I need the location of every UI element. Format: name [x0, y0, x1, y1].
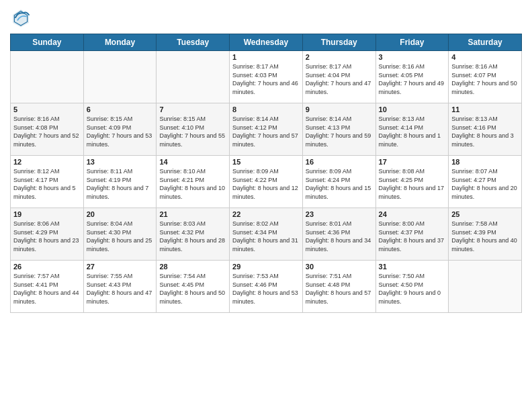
day-number: 28 — [159, 263, 226, 271]
day-info: Sunrise: 8:14 AM Sunset: 4:13 PM Dayligh… — [306, 115, 373, 148]
calendar-cell: 2Sunrise: 8:17 AM Sunset: 4:04 PM Daylig… — [302, 51, 375, 103]
day-number: 16 — [306, 158, 373, 166]
day-number: 3 — [379, 53, 446, 61]
calendar-cell: 17Sunrise: 8:08 AM Sunset: 4:25 PM Dayli… — [375, 156, 449, 208]
day-number: 2 — [306, 53, 373, 61]
day-number: 14 — [159, 158, 226, 166]
day-info: Sunrise: 8:16 AM Sunset: 4:08 PM Dayligh… — [13, 115, 81, 148]
day-number: 15 — [232, 158, 300, 166]
day-info: Sunrise: 8:14 AM Sunset: 4:12 PM Dayligh… — [232, 115, 300, 148]
calendar-cell: 28Sunrise: 7:54 AM Sunset: 4:45 PM Dayli… — [157, 261, 230, 313]
day-info: Sunrise: 7:53 AM Sunset: 4:46 PM Dayligh… — [232, 272, 300, 306]
day-number: 29 — [232, 263, 300, 271]
day-number: 13 — [87, 158, 154, 166]
day-info: Sunrise: 8:03 AM Sunset: 4:32 PM Dayligh… — [159, 220, 226, 253]
day-number: 23 — [306, 210, 373, 218]
week-row-5: 26Sunrise: 7:57 AM Sunset: 4:41 PM Dayli… — [11, 261, 522, 313]
calendar-table: SundayMondayTuesdayWednesdayThursdayFrid… — [10, 34, 522, 313]
calendar-cell: 5Sunrise: 8:16 AM Sunset: 4:08 PM Daylig… — [11, 103, 84, 156]
calendar-cell — [83, 51, 157, 103]
calendar-cell: 21Sunrise: 8:03 AM Sunset: 4:32 PM Dayli… — [157, 208, 230, 261]
calendar-cell: 10Sunrise: 8:13 AM Sunset: 4:14 PM Dayli… — [375, 103, 449, 156]
day-number: 25 — [451, 210, 519, 218]
day-number: 30 — [306, 263, 373, 271]
day-info: Sunrise: 7:57 AM Sunset: 4:41 PM Dayligh… — [13, 272, 81, 306]
calendar-cell — [11, 51, 84, 103]
calendar-cell — [449, 261, 522, 313]
day-info: Sunrise: 8:01 AM Sunset: 4:36 PM Dayligh… — [306, 220, 373, 253]
day-number: 5 — [13, 105, 81, 113]
col-header-tuesday: Tuesday — [157, 34, 230, 51]
calendar-cell: 13Sunrise: 8:11 AM Sunset: 4:19 PM Dayli… — [83, 156, 157, 208]
day-number: 18 — [451, 158, 519, 166]
day-info: Sunrise: 8:12 AM Sunset: 4:17 PM Dayligh… — [13, 167, 81, 201]
calendar-cell: 6Sunrise: 8:15 AM Sunset: 4:09 PM Daylig… — [83, 103, 157, 156]
calendar-cell: 11Sunrise: 8:13 AM Sunset: 4:16 PM Dayli… — [449, 103, 522, 156]
day-number: 19 — [13, 210, 81, 218]
day-info: Sunrise: 7:50 AM Sunset: 4:50 PM Dayligh… — [379, 272, 446, 306]
day-info: Sunrise: 8:17 AM Sunset: 4:04 PM Dayligh… — [306, 62, 373, 96]
calendar-cell: 27Sunrise: 7:55 AM Sunset: 4:43 PM Dayli… — [83, 261, 157, 313]
day-number: 20 — [87, 210, 154, 218]
col-header-thursday: Thursday — [302, 34, 375, 51]
calendar-cell: 19Sunrise: 8:06 AM Sunset: 4:29 PM Dayli… — [11, 208, 84, 261]
day-number: 8 — [232, 105, 300, 113]
day-info: Sunrise: 8:17 AM Sunset: 4:03 PM Dayligh… — [232, 62, 300, 96]
day-number: 10 — [379, 105, 446, 113]
day-info: Sunrise: 8:16 AM Sunset: 4:07 PM Dayligh… — [451, 62, 519, 96]
week-row-4: 19Sunrise: 8:06 AM Sunset: 4:29 PM Dayli… — [11, 208, 522, 261]
day-info: Sunrise: 8:08 AM Sunset: 4:25 PM Dayligh… — [379, 167, 446, 201]
day-number: 27 — [87, 263, 154, 271]
col-header-wednesday: Wednesday — [230, 34, 303, 51]
col-header-friday: Friday — [375, 34, 449, 51]
logo — [10, 7, 34, 28]
day-info: Sunrise: 8:11 AM Sunset: 4:19 PM Dayligh… — [87, 167, 154, 201]
calendar-cell: 29Sunrise: 7:53 AM Sunset: 4:46 PM Dayli… — [230, 261, 303, 313]
day-number: 4 — [451, 53, 519, 61]
calendar-cell: 7Sunrise: 8:15 AM Sunset: 4:10 PM Daylig… — [157, 103, 230, 156]
day-number: 6 — [87, 105, 154, 113]
day-info: Sunrise: 8:09 AM Sunset: 4:24 PM Dayligh… — [306, 167, 373, 201]
day-info: Sunrise: 7:54 AM Sunset: 4:45 PM Dayligh… — [159, 272, 226, 306]
day-info: Sunrise: 8:09 AM Sunset: 4:22 PM Dayligh… — [232, 167, 300, 201]
day-info: Sunrise: 8:06 AM Sunset: 4:29 PM Dayligh… — [13, 220, 81, 253]
calendar-cell: 20Sunrise: 8:04 AM Sunset: 4:30 PM Dayli… — [83, 208, 157, 261]
week-row-1: 1Sunrise: 8:17 AM Sunset: 4:03 PM Daylig… — [11, 51, 522, 103]
day-number: 31 — [379, 263, 446, 271]
day-info: Sunrise: 7:51 AM Sunset: 4:48 PM Dayligh… — [306, 272, 373, 306]
day-info: Sunrise: 8:16 AM Sunset: 4:05 PM Dayligh… — [379, 62, 446, 96]
day-number: 17 — [379, 158, 446, 166]
calendar-cell: 12Sunrise: 8:12 AM Sunset: 4:17 PM Dayli… — [11, 156, 84, 208]
day-number: 11 — [451, 105, 519, 113]
day-number: 9 — [306, 105, 373, 113]
day-number: 1 — [232, 53, 300, 61]
day-number: 26 — [13, 263, 81, 271]
col-header-saturday: Saturday — [449, 34, 522, 51]
day-info: Sunrise: 8:13 AM Sunset: 4:16 PM Dayligh… — [451, 115, 519, 148]
day-info: Sunrise: 8:15 AM Sunset: 4:10 PM Dayligh… — [159, 115, 226, 148]
day-info: Sunrise: 8:00 AM Sunset: 4:37 PM Dayligh… — [379, 220, 446, 253]
page-container: SundayMondayTuesdayWednesdayThursdayFrid… — [0, 0, 532, 320]
calendar-cell: 31Sunrise: 7:50 AM Sunset: 4:50 PM Dayli… — [375, 261, 449, 313]
day-number: 7 — [159, 105, 226, 113]
header-row: SundayMondayTuesdayWednesdayThursdayFrid… — [11, 34, 522, 51]
logo-icon — [10, 7, 32, 28]
day-info: Sunrise: 8:10 AM Sunset: 4:21 PM Dayligh… — [159, 167, 226, 201]
day-number: 12 — [13, 158, 81, 166]
day-number: 22 — [232, 210, 300, 218]
calendar-cell: 15Sunrise: 8:09 AM Sunset: 4:22 PM Dayli… — [230, 156, 303, 208]
day-number: 24 — [379, 210, 446, 218]
calendar-cell: 24Sunrise: 8:00 AM Sunset: 4:37 PM Dayli… — [375, 208, 449, 261]
day-info: Sunrise: 8:15 AM Sunset: 4:09 PM Dayligh… — [87, 115, 154, 148]
calendar-cell: 18Sunrise: 8:07 AM Sunset: 4:27 PM Dayli… — [449, 156, 522, 208]
calendar-cell: 3Sunrise: 8:16 AM Sunset: 4:05 PM Daylig… — [375, 51, 449, 103]
day-info: Sunrise: 8:07 AM Sunset: 4:27 PM Dayligh… — [451, 167, 519, 201]
day-info: Sunrise: 7:58 AM Sunset: 4:39 PM Dayligh… — [451, 220, 519, 253]
day-info: Sunrise: 8:02 AM Sunset: 4:34 PM Dayligh… — [232, 220, 300, 253]
calendar-cell: 9Sunrise: 8:14 AM Sunset: 4:13 PM Daylig… — [302, 103, 375, 156]
calendar-cell: 8Sunrise: 8:14 AM Sunset: 4:12 PM Daylig… — [230, 103, 303, 156]
calendar-cell: 16Sunrise: 8:09 AM Sunset: 4:24 PM Dayli… — [302, 156, 375, 208]
day-info: Sunrise: 8:13 AM Sunset: 4:14 PM Dayligh… — [379, 115, 446, 148]
day-info: Sunrise: 7:55 AM Sunset: 4:43 PM Dayligh… — [87, 272, 154, 306]
calendar-cell: 4Sunrise: 8:16 AM Sunset: 4:07 PM Daylig… — [449, 51, 522, 103]
